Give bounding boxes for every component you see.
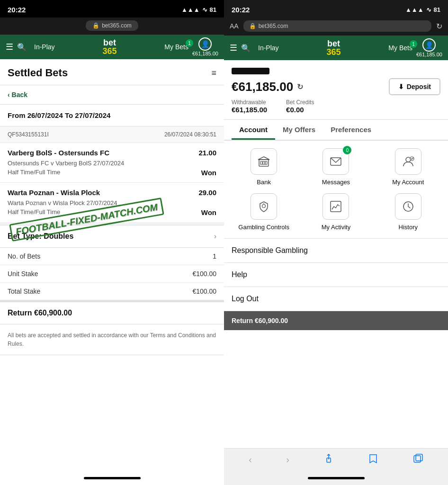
my-account-item[interactable]: My Account <box>376 148 440 186</box>
bet365-logo-right[interactable]: bet 365 <box>326 39 340 56</box>
match2-odds: 29.00 <box>198 189 216 197</box>
browser-nav: ‹ › <box>224 448 448 471</box>
url-pill-left[interactable]: 🔒 bet365.com <box>86 20 138 31</box>
gambling-controls-item[interactable]: Gambling Controls <box>232 193 296 231</box>
tabs-nav-button[interactable] <box>413 453 423 466</box>
back-button[interactable]: ‹ Back <box>0 85 224 105</box>
bet-ref-row: QF5343155131I 26/07/2024 08:30:51 <box>0 126 224 143</box>
tab-preferences[interactable]: Preferences <box>323 120 379 140</box>
bet-credits-value: €0.00 <box>286 106 314 114</box>
responsible-gambling-item[interactable]: Responsible Gambling <box>224 239 448 263</box>
sub-balances: Withdrawable €61,185.00 Bet Credits €0.0… <box>232 99 440 114</box>
unit-stake-value: €100.00 <box>192 270 216 278</box>
refresh-balance-icon[interactable]: ↻ <box>297 82 303 91</box>
battery-icon: 81 <box>210 6 216 13</box>
total-stake-row: Total Stake €100.00 <box>0 283 224 300</box>
svg-rect-14 <box>416 454 422 461</box>
status-icons-left: ▲▲▲ ∿ 81 <box>181 6 216 13</box>
bank-item[interactable]: Bank <box>232 148 296 186</box>
search-icon-right[interactable]: 🔍 <box>241 44 251 53</box>
tab-my-offers[interactable]: My Offers <box>275 120 323 140</box>
icon-grid: Bank 0 Messages <box>224 141 448 239</box>
left-content: Settled Bets ≡ ‹ Back From 26/07/2024 To… <box>0 59 224 471</box>
bottom-overlay: Return €60,900.00 <box>224 311 448 330</box>
match2-row: Warta Poznan - Wisla Plock 29.00 <box>0 182 224 198</box>
log-out-item[interactable]: Log Out <box>224 287 448 311</box>
account-icon-left[interactable]: 👤 €61,185.00 <box>192 37 218 56</box>
home-pill-right <box>308 477 365 479</box>
account-avatar-right: 👤 <box>422 38 436 52</box>
bank-label: Bank <box>257 179 271 186</box>
unit-stake-row: Unit Stake €100.00 <box>0 265 224 283</box>
bet-card: QF5343155131I 26/07/2024 08:30:51 Varber… <box>0 126 224 225</box>
nav-bar-left: ☰ 🔍 In-Play bet 365 My Bets 1 👤 €61,185.… <box>0 35 224 59</box>
deposit-button[interactable]: ⬇ Deposit <box>389 78 440 95</box>
inplay-link[interactable]: In-Play <box>34 43 55 51</box>
no-of-bets-row: No. of Bets 1 <box>0 248 224 265</box>
disclaimer: All bets are accepted and settled in acc… <box>0 324 224 355</box>
match1-name: Varberg BolS - Ostersunds FC <box>8 149 198 157</box>
status-icons-right: ▲▲▲ ∿ 81 <box>405 6 440 13</box>
messages-icon-box: 0 <box>323 148 349 175</box>
svg-point-8 <box>262 205 266 208</box>
left-panel: 20:22 ▲▲▲ ∿ 81 🔒 bet365.com ☰ 🔍 In-Play … <box>0 0 224 485</box>
match1-result-row: Half Time/Full Time Won <box>0 167 224 182</box>
forward-nav-button[interactable]: › <box>286 454 289 465</box>
match1-detail: Ostersunds FC v Varberg BolS 27/07/2024 <box>0 159 224 167</box>
back-nav-button[interactable]: ‹ <box>249 454 252 465</box>
bookmarks-nav-button[interactable] <box>368 453 378 466</box>
domain-right: bet365.com <box>259 23 288 29</box>
tab-account[interactable]: Account <box>232 120 275 140</box>
account-avatar: 👤 <box>198 37 212 51</box>
match1-row: Varberg BolS - Ostersunds FC 21.00 <box>0 143 224 159</box>
deposit-icon: ⬇ <box>398 83 404 90</box>
share-nav-button[interactable] <box>323 453 334 466</box>
svg-rect-1 <box>260 162 262 164</box>
browser-bar: AA 🔒 bet365.com ↻ <box>224 18 448 36</box>
url-bar-right[interactable]: 🔒 bet365.com <box>243 20 431 32</box>
gambling-controls-label: Gambling Controls <box>238 224 289 231</box>
account-name-blur <box>232 68 269 74</box>
messages-item[interactable]: 0 Messages <box>304 148 368 186</box>
account-tabs: Account My Offers Preferences <box>224 120 448 141</box>
my-activity-item[interactable]: My Activity <box>304 193 368 231</box>
bank-icon <box>257 155 270 168</box>
total-stake-value: €100.00 <box>192 287 216 295</box>
inplay-link-right[interactable]: In-Play <box>258 44 279 52</box>
status-bar-right: 20:22 ▲▲▲ ∿ 81 <box>224 0 448 18</box>
bet-credits-item: Bet Credits €0.00 <box>286 99 314 114</box>
bet-type-row[interactable]: Bet Type: Doubles › <box>0 225 224 248</box>
account-icon-right[interactable]: 👤 €61,185.00 <box>416 38 442 57</box>
search-icon[interactable]: 🔍 <box>17 43 27 52</box>
battery-icon-right: 81 <box>434 6 440 13</box>
svg-rect-2 <box>263 162 265 164</box>
signal-icon-right: ▲▲▲ <box>405 6 424 13</box>
bet365-logo[interactable]: bet 365 <box>102 38 116 55</box>
mybets-link-right[interactable]: My Bets 1 <box>388 44 412 52</box>
nav-bar-right: ☰ 🔍 In-Play bet 365 My Bets 1 👤 €61,185.… <box>224 36 448 60</box>
menu-icon[interactable]: ☰ <box>6 42 13 52</box>
gambling-controls-icon <box>257 200 270 213</box>
domain-left: bet365.com <box>102 22 132 29</box>
mybets-link[interactable]: My Bets 1 <box>164 43 188 51</box>
no-of-bets-value: 1 <box>213 252 216 260</box>
history-item[interactable]: History <box>376 193 440 231</box>
account-top: €61,185.00 ↻ ⬇ Deposit Withdrawable €61,… <box>224 60 448 120</box>
messages-badge: 0 <box>343 146 351 154</box>
unit-stake-label: Unit Stake <box>8 270 38 278</box>
return-label: Return €60,900.00 <box>8 309 72 317</box>
match2-detail: Warta Poznan v Wisla Plock 27/07/2024 <box>0 198 224 207</box>
svg-rect-13 <box>414 456 421 462</box>
mybets-badge-right: 1 <box>410 40 417 48</box>
home-pill-left <box>84 477 141 479</box>
refresh-icon[interactable]: ↻ <box>436 22 442 31</box>
balance-row: €61,185.00 ↻ ⬇ Deposit <box>232 78 440 95</box>
aa-text[interactable]: AA <box>230 22 239 30</box>
bet-credits-label: Bet Credits <box>286 99 314 106</box>
chevron-right-icon: › <box>214 232 216 241</box>
messages-icon <box>329 155 342 168</box>
hamburger-icon[interactable]: ≡ <box>211 68 216 78</box>
menu-icon-right[interactable]: ☰ <box>230 43 237 53</box>
date-range: From 26/07/2024 To 27/07/2024 <box>0 105 224 126</box>
help-item[interactable]: Help <box>224 263 448 287</box>
